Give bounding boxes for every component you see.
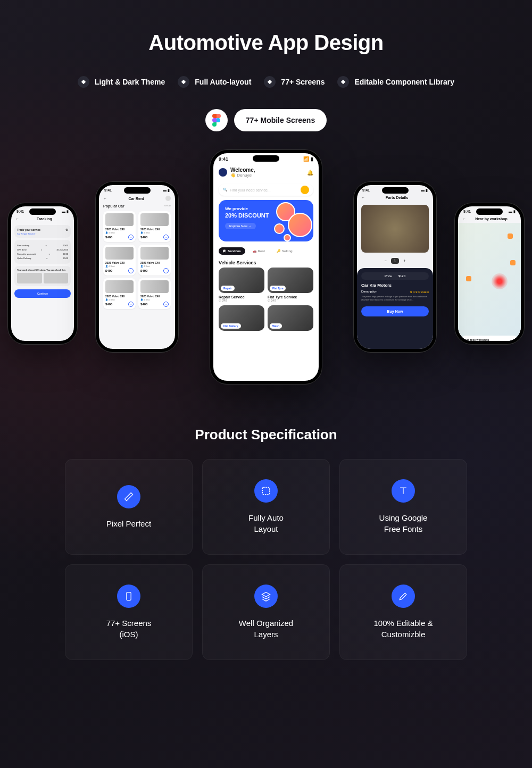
spec-card: Well OrganizedLayers xyxy=(202,564,330,660)
rating: ★ 4.9 Review xyxy=(410,290,429,294)
car-name: 2023 Volvo C40 xyxy=(140,228,169,231)
arrow-icon[interactable]: → xyxy=(128,268,134,273)
car-card[interactable]: 2023 Volvo C40 👤 4 Seat $400→ xyxy=(103,211,136,242)
screen-title: Near by workshop xyxy=(475,217,508,221)
services-heading: Vehicle Services xyxy=(213,258,319,268)
qty-minus[interactable]: − xyxy=(384,259,386,263)
service-repair[interactable]: Repair xyxy=(219,268,264,293)
svg-rect-6 xyxy=(127,592,131,600)
arrow-icon[interactable]: → xyxy=(163,302,169,307)
username: 👋 Denuyel xyxy=(230,173,255,178)
status-time: 9:41 xyxy=(16,210,24,214)
back-icon[interactable]: ← xyxy=(103,197,107,201)
promo-card[interactable]: We provide 20% DISCOUNT Explore Now → xyxy=(219,200,313,241)
see-all-link[interactable]: See All xyxy=(164,204,171,208)
feature-label: 77+ Screens xyxy=(281,78,325,86)
tabs: 🛠 Services 🚗 Rent 🔑 Selling xyxy=(219,247,313,255)
layout-icon xyxy=(254,479,278,503)
arrow-icon[interactable]: → xyxy=(163,235,169,240)
bell-icon[interactable]: 🔔 xyxy=(307,170,313,176)
phone-map: 9:41▬ ▮ ←Near by workshop Fillo Bike wor… xyxy=(455,203,524,344)
car-card[interactable]: 2023 Volvo C40 👤 4 Seat $400→ xyxy=(103,245,136,276)
feature-screens: 77+ Screens xyxy=(264,76,325,88)
car-name: 2023 Volvo C40 xyxy=(140,261,169,264)
service-flat-battery[interactable]: Flat Battery xyxy=(219,305,264,331)
workshop-card[interactable]: Fillo Bike workshop Shop No 123abAB View… xyxy=(461,336,518,341)
car-card[interactable]: 2023 Volvo C40 👤 4 Seat $400→ xyxy=(138,211,171,242)
spec-label: 77+ Screens(iOS) xyxy=(96,617,162,640)
continue-button[interactable]: Continue xyxy=(14,289,71,298)
camera-icon[interactable] xyxy=(301,186,309,194)
avatar-icon[interactable] xyxy=(165,196,171,201)
part-image xyxy=(361,205,429,253)
car-card[interactable]: 2023 Volvo C40 👤 4 Seat $400→ xyxy=(138,245,171,276)
car-grid: 2023 Volvo C40 👤 4 Seat $400→ 2023 Volvo… xyxy=(99,209,175,311)
svg-rect-2 xyxy=(268,80,272,84)
desc-text: The piston rings prevent leakage of gas … xyxy=(361,295,429,301)
services-grid: Repair Repair Service ⏱ 24/7 Flat Tyre F… xyxy=(213,268,319,331)
map-view[interactable]: Fillo Bike workshop Shop No 123abAB View… xyxy=(458,223,521,341)
map-pin-icon xyxy=(466,276,471,281)
car-name: 2023 Volvo C40 xyxy=(140,295,169,298)
tab-rent[interactable]: 🚗 Rent xyxy=(248,247,269,255)
car-card[interactable]: 2023 Volvo C40 👤 4 Seat $400→ xyxy=(138,278,171,309)
details-panel: Price$120 Car Kia Motors Description★ 4.… xyxy=(357,268,433,349)
car-seat: 👤 4 Seat xyxy=(140,231,150,234)
tab-selling[interactable]: 🔑 Selling xyxy=(272,247,297,255)
spec-card: Fully AutoLayout xyxy=(202,459,330,555)
back-icon[interactable]: ← xyxy=(15,217,19,221)
arrow-icon[interactable]: → xyxy=(163,268,169,273)
car-image xyxy=(140,213,169,226)
status-time: 9:41 xyxy=(104,188,112,193)
diamond-icon xyxy=(178,76,189,88)
spec-title: Product Specification xyxy=(0,427,532,443)
track-row: Up for Delivery○00:00 xyxy=(17,257,68,260)
screen-title: Tracking xyxy=(37,217,52,221)
diamond-icon xyxy=(78,76,89,88)
spec-card: 77+ Screens(iOS) xyxy=(65,564,193,660)
desc-label: Description xyxy=(361,290,377,294)
text-icon xyxy=(392,479,415,503)
car-card[interactable]: 2023 Volvo C40 👤 4 Seat $400→ xyxy=(103,278,136,309)
search-placeholder: Find your need service... xyxy=(230,188,271,192)
status-icons: ▬ ▮ xyxy=(62,210,69,214)
track-timeline: Start working○00:0050% done○16 Jan 2023C… xyxy=(14,240,71,264)
buy-button[interactable]: Buy Now xyxy=(361,306,429,316)
search-input[interactable]: 🔍 Find your need service... xyxy=(219,184,313,196)
spec-card: Pixel Perfect xyxy=(65,459,193,555)
car-price: $400 xyxy=(140,236,147,239)
service-flat-tyre[interactable]: Flat Tyre xyxy=(268,268,313,293)
service-wash[interactable]: Wash xyxy=(268,305,313,331)
spec-grid: Pixel Perfect Fully AutoLayout Using Goo… xyxy=(0,459,532,660)
screens-badge: 77+ Mobile Screens xyxy=(234,109,327,131)
qty-plus[interactable]: + xyxy=(403,259,405,263)
car-seat: 👤 4 Seat xyxy=(105,231,115,234)
search-icon: 🔍 xyxy=(223,188,228,192)
back-icon[interactable]: ← xyxy=(462,217,466,221)
figma-icon xyxy=(205,109,228,131)
tab-services[interactable]: 🛠 Services xyxy=(219,247,245,255)
service-sub: ⏱ 24/7 xyxy=(219,299,264,302)
back-icon[interactable]: ← xyxy=(361,196,365,199)
phone-parts: 9:41▬ ▮ ←Parts Details −1+ Price$120 Car… xyxy=(354,182,436,352)
arrow-icon[interactable]: → xyxy=(128,235,134,240)
map-pin-icon xyxy=(510,260,516,265)
car-image xyxy=(140,280,169,293)
explore-button[interactable]: Explore Now → xyxy=(225,223,256,229)
service-chip[interactable]: Car Repair Service › xyxy=(17,232,68,235)
phone-icon xyxy=(117,585,140,608)
feature-row: Light & Dark Theme Full Auto-layout 77+ … xyxy=(0,76,532,88)
arrow-icon[interactable]: → xyxy=(128,302,134,307)
car-name: 2023 Volvo C40 xyxy=(105,261,134,264)
gear-icon[interactable]: ⚙ xyxy=(65,228,68,231)
svg-rect-1 xyxy=(181,80,186,84)
map-pulse-icon xyxy=(492,273,508,289)
feature-light-dark: Light & Dark Theme xyxy=(78,76,165,88)
track-heading: Track your service xyxy=(17,228,40,231)
feature-component-lib: Editable Component Library xyxy=(337,76,454,88)
diamond-icon xyxy=(264,76,276,88)
feature-label: Light & Dark Theme xyxy=(95,78,165,86)
car-image xyxy=(105,213,134,226)
avatar[interactable] xyxy=(219,168,227,177)
track-row: 50% done○16 Jan 2023 xyxy=(17,248,68,251)
